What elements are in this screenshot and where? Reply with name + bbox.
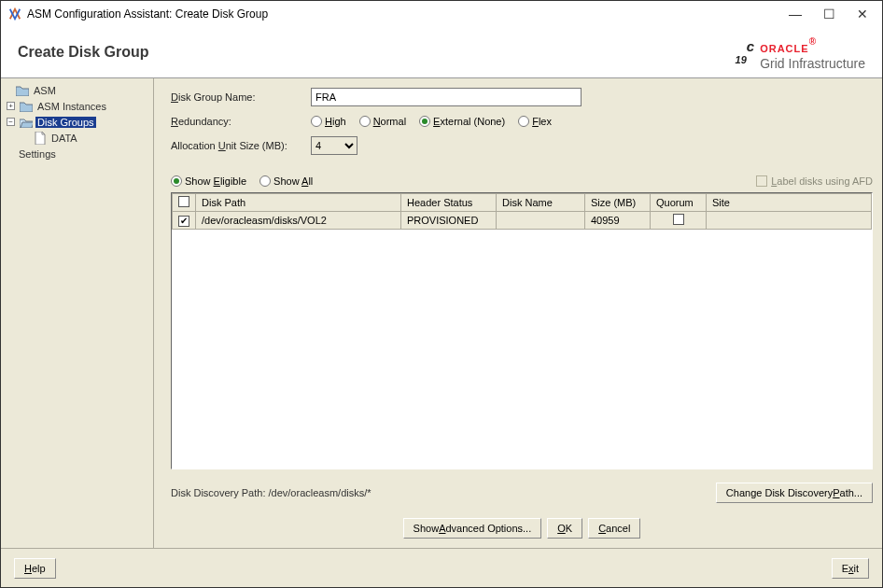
cell-header-status: PROVISIONED [401,212,497,230]
alloc-unit-label: Allocation Unit Size (MB): [171,140,311,151]
col-site[interactable]: Site [707,194,872,212]
page-title: Create Disk Group [18,44,736,61]
show-advanced-button[interactable]: Show Advanced Options... [403,518,542,539]
row-disk-group-name: Disk Group Name: [171,88,873,106]
row-discovery: Disk Discovery Path: /dev/oracleasm/disk… [171,483,873,503]
maximize-button[interactable]: ☐ [822,7,835,21]
cell-disk-name[interactable] [497,212,585,230]
footer: Help Exit [1,548,882,587]
alloc-unit-select[interactable]: 4 [311,136,357,155]
tree-disk-groups[interactable]: − Disk Groups [1,114,153,130]
expand-icon[interactable]: + [7,102,15,110]
main-panel: Disk Group Name: Redundancy: High Normal… [154,78,882,548]
table-row[interactable]: ✔ /dev/oracleasm/disks/VOL2 PROVISIONED … [173,212,872,230]
row-actions: Show Advanced Options... OK Cancel [171,518,873,539]
tree-data[interactable]: DATA [1,130,153,146]
folder-icon [20,101,33,112]
sidebar-tree: ASM + ASM Instances − Disk Groups DATA S… [1,78,154,548]
titlebar: ASM Configuration Assistant: Create Disk… [1,1,882,27]
brand-text: ORACLE® Grid Infrastructure [760,35,865,70]
folder-icon [16,85,29,96]
grid-header-row: Disk Path Header Status Disk Name Size (… [173,194,872,212]
cell-quorum[interactable] [651,212,707,230]
row-redundancy: Redundancy: High Normal External (None) … [171,116,873,127]
show-all-radio[interactable]: Show All [259,175,313,187]
cancel-button[interactable]: Cancel [588,518,640,539]
brand-oracle: ORACLE® [760,35,817,55]
disk-group-name-label: Disk Group Name: [171,91,311,103]
brand-logo: 19c ORACLE® Grid Infrastructure [736,33,865,72]
redundancy-high[interactable]: High [311,116,346,127]
brand-subtitle: Grid Infrastructure [760,57,865,70]
row-filter: Show Eligible Show All Label disks using… [171,175,873,187]
col-header-status[interactable]: Header Status [401,194,497,212]
redundancy-normal[interactable]: Normal [359,116,406,127]
ok-button[interactable]: OK [547,518,582,539]
close-button[interactable]: ✕ [856,7,869,21]
cell-size: 40959 [585,212,651,230]
window-controls: — ☐ ✕ [789,7,869,21]
redundancy-radio-group: High Normal External (None) Flex [311,116,552,127]
col-size[interactable]: Size (MB) [585,194,651,212]
disk-grid: Disk Path Header Status Disk Name Size (… [171,192,873,469]
afd-checkbox: Label disks using AFD [756,175,873,187]
cell-disk-path: /dev/oracleasm/disks/VOL2 [196,212,401,230]
app-window: ASM Configuration Assistant: Create Disk… [0,0,883,588]
redundancy-flex[interactable]: Flex [518,116,552,127]
tree-asm[interactable]: ASM [1,82,153,98]
redundancy-label: Redundancy: [171,116,311,127]
redundancy-external[interactable]: External (None) [419,116,505,127]
page-header: Create Disk Group 19c ORACLE® Grid Infra… [1,27,882,77]
row-select-checkbox[interactable]: ✔ [173,212,196,230]
help-button[interactable]: Help [14,558,56,579]
col-disk-name[interactable]: Disk Name [497,194,585,212]
change-discovery-path-button[interactable]: Change Disk Discovery Path... [716,483,873,503]
minimize-button[interactable]: — [789,7,802,21]
file-icon [35,132,46,145]
window-title: ASM Configuration Assistant: Create Disk… [27,7,789,21]
cell-site[interactable] [707,212,872,230]
disk-group-name-input[interactable] [311,88,582,106]
col-disk-path[interactable]: Disk Path [196,194,401,212]
app-icon [8,7,21,21]
exit-button[interactable]: Exit [832,558,869,579]
show-eligible-radio[interactable]: Show Eligible [171,175,246,187]
tree-settings[interactable]: Settings [1,146,153,161]
brand-version: 19c [736,33,755,72]
collapse-icon[interactable]: − [7,118,15,126]
row-alloc-unit: Allocation Unit Size (MB): 4 [171,136,873,155]
tree-asm-instances[interactable]: + ASM Instances [1,98,153,114]
folder-open-icon [20,117,33,128]
discovery-path-label: Disk Discovery Path: /dev/oracleasm/disk… [171,487,707,498]
main-body: ASM + ASM Instances − Disk Groups DATA S… [1,78,882,548]
col-select-all[interactable] [173,194,196,212]
col-quorum[interactable]: Quorum [651,194,707,212]
